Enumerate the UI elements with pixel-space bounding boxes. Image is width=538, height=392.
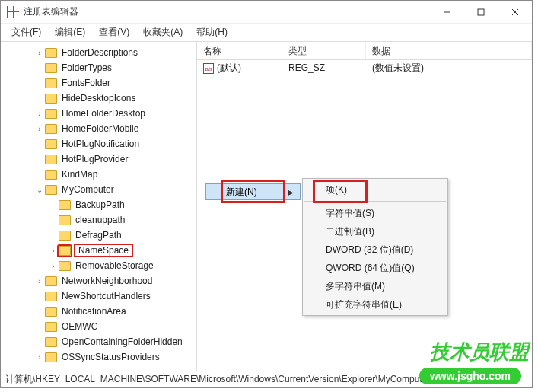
tree-item[interactable]: cleanuppath [1,212,196,228]
list-row[interactable]: ab(默认) REG_SZ (数值未设置) [197,60,532,75]
tree-item[interactable]: NewShortcutHandlers [1,288,196,304]
folder-icon [45,63,57,73]
chevron-right-icon: ▶ [288,188,294,196]
menu-fav[interactable]: 收藏夹(A) [137,24,189,41]
tree-item[interactable]: HotPlugProvider [1,151,196,167]
folder-icon [45,155,57,164]
tree-item-label: NameSpace [74,244,133,257]
menu-edit[interactable]: 编辑(E) [49,24,91,41]
window-controls [429,1,532,24]
submenu-qword[interactable]: QWORD (64 位)值(Q) [303,259,447,277]
window-title: 注册表编辑器 [24,5,78,18]
tree-item[interactable]: HideDesktopIcons [1,91,196,106]
tree-item[interactable]: ›HomeFolderDesktop [1,106,196,121]
submenu-binary[interactable]: 二进制值(B) [303,222,447,241]
col-name[interactable]: 名称 [197,42,282,59]
tree-item-label: HomeFolderDesktop [60,108,147,119]
separator [304,201,446,202]
tree-item-label: NewShortcutHandlers [60,291,152,301]
tree-item[interactable]: ›HomeFolderMobile [1,121,196,136]
titlebar: 注册表编辑器 [1,1,532,24]
chevron-icon[interactable]: › [48,247,59,255]
folder-icon [45,352,57,362]
col-data[interactable]: 数据 [366,42,532,59]
tree-item-label: KindMap [60,169,99,180]
folder-icon [45,292,57,301]
tree-item[interactable]: ›NetworkNeighborhood [1,273,196,288]
submenu-key[interactable]: 项(K) [303,180,447,199]
tree-item[interactable]: DefragPath [1,228,196,243]
tree-pane[interactable]: ›FolderDescriptionsFolderTypesFontsFolde… [1,42,197,371]
menu-view[interactable]: 查看(V) [93,24,135,41]
submenu-multi[interactable]: 多字符串值(M) [303,277,447,295]
chevron-icon[interactable]: › [34,110,45,118]
maximize-button[interactable] [463,1,498,24]
folder-icon [45,139,57,149]
tree-item[interactable]: FontsFolder [1,75,196,91]
chevron-icon[interactable]: ⌄ [34,186,45,194]
menu-help[interactable]: 帮助(H) [190,24,234,41]
tree-item-label: FolderDescriptions [60,47,139,58]
tree-item-label: HotPlugNotification [60,139,141,149]
folder-icon [45,276,57,286]
submenu-expand[interactable]: 可扩充字符串值(E) [303,295,447,314]
folder-icon [45,322,57,332]
value-name: ab(默认) [197,62,282,75]
folder-icon [45,185,57,195]
folder-icon [45,337,57,347]
tree-item[interactable]: ⌄MyComputer [1,182,196,197]
tree-item[interactable]: OpenContainingFolderHidden [1,334,196,349]
folder-icon [59,200,71,210]
tree-item[interactable]: ›RemovableStorage [1,258,196,273]
submenu-dword[interactable]: DWORD (32 位)值(D) [303,241,447,259]
tree-item-label: RemovableStorage [74,260,155,271]
tree-item[interactable]: ›FolderDescriptions [1,45,196,60]
tree-item[interactable]: HotPlugNotification [1,136,196,151]
tree-item[interactable]: KindMap [1,167,196,182]
folder-icon [59,215,71,225]
minimize-button[interactable] [429,1,463,24]
tree-item-label: cleanuppath [74,215,126,225]
close-button[interactable] [498,1,532,24]
tree-item[interactable]: FolderTypes [1,60,196,75]
body: ›FolderDescriptionsFolderTypesFontsFolde… [1,42,532,371]
tree-item[interactable]: OEMWC [1,319,196,334]
tree-item-label: MyComputer [60,184,116,195]
tree-item-label: OSSyncStatusProviders [60,352,161,362]
value-data: (数值未设置) [366,62,532,75]
folder-icon [45,94,57,104]
chevron-icon[interactable]: › [48,262,59,270]
tree-item[interactable]: ›NameSpace [1,243,196,258]
menubar: 文件(F) 编辑(E) 查看(V) 收藏夹(A) 帮助(H) [1,24,532,42]
menu-file[interactable]: 文件(F) [5,24,47,41]
chevron-icon[interactable]: › [34,277,45,285]
tree-item[interactable]: NotificationArea [1,304,196,319]
tree-item-label: FontsFolder [60,78,112,88]
tree-item-label: FolderTypes [60,62,113,73]
submenu-new: 项(K) 字符串值(S) 二进制值(B) DWORD (32 位)值(D) QW… [302,178,448,316]
folder-icon [45,170,57,180]
folder-icon [45,124,57,134]
folder-icon [45,307,57,317]
tree-item[interactable]: BackupPath [1,197,196,212]
chevron-icon[interactable]: › [34,125,45,133]
chevron-icon[interactable]: › [34,353,45,362]
tree-item-label: OEMWC [60,321,99,332]
context-menu-new[interactable]: 新建(N) ▶ [205,183,301,200]
folder-icon [45,109,57,119]
tree-item-label: BackupPath [74,199,126,210]
chevron-icon[interactable]: › [34,49,45,57]
folder-icon [45,48,57,58]
tree-item-label: DefragPath [74,230,123,241]
folder-icon [59,261,71,271]
tree-item-label: NetworkNeighborhood [60,276,154,286]
tree-item[interactable]: ›OSSyncStatusProviders [1,349,196,365]
svg-rect-1 [478,9,484,15]
folder-icon [45,78,57,88]
string-icon: ab [203,63,214,74]
app-icon [7,6,19,18]
col-type[interactable]: 类型 [282,42,366,59]
tree-item-label: HotPlugProvider [60,154,129,164]
tree-item-label: NotificationArea [60,306,128,317]
submenu-string[interactable]: 字符串值(S) [303,204,447,222]
